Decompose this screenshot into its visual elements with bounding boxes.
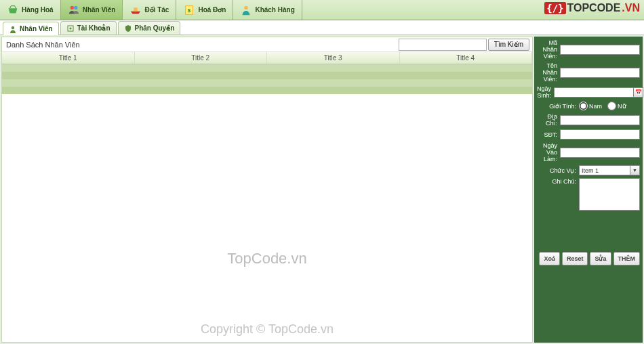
tab-label: Nhân Viên bbox=[20, 25, 53, 33]
toolbar-label: Đối Tác bbox=[144, 6, 169, 14]
svg-point-6 bbox=[12, 26, 14, 28]
label-chuc-vu: Chức Vụ: bbox=[537, 167, 576, 174]
toolbar-label: Khách Hàng bbox=[255, 6, 294, 14]
col-title2[interactable]: Title 2 bbox=[135, 52, 268, 64]
table-header: Title 1 Title 2 Title 3 Title 4 bbox=[2, 52, 532, 64]
select-chuc-vu[interactable]: Item 1 bbox=[579, 165, 630, 175]
radio-nu[interactable] bbox=[607, 102, 616, 110]
toolbar-label: Nhân Viên bbox=[83, 6, 116, 14]
input-ngay-vao-lam[interactable] bbox=[560, 148, 640, 158]
invoice-icon: $ bbox=[183, 4, 195, 16]
label-ten-nv: Tên Nhân Viên: bbox=[537, 62, 557, 83]
col-title4[interactable]: Title 4 bbox=[400, 52, 533, 64]
search-input[interactable] bbox=[399, 39, 487, 51]
reset-button[interactable]: Reset bbox=[562, 252, 588, 265]
svg-point-1 bbox=[74, 5, 77, 9]
label-ngay-sinh: Ngày Sinh: bbox=[537, 85, 551, 99]
tab-nhan-vien[interactable]: Nhân Viên bbox=[3, 22, 59, 35]
svg-text:$: $ bbox=[188, 7, 191, 13]
input-ngay-sinh[interactable] bbox=[554, 87, 633, 98]
input-dia-chi[interactable] bbox=[560, 115, 640, 125]
input-sdt[interactable] bbox=[560, 129, 640, 139]
toolbar-khach-hang[interactable]: Khách Hàng bbox=[233, 0, 302, 20]
form-panel: Mã Nhân Viên: Tên Nhân Viên: Ngày Sinh: … bbox=[534, 37, 643, 343]
search-button[interactable]: Tìm Kiếm bbox=[488, 39, 529, 51]
tab-label: Tài Khoản bbox=[77, 24, 110, 32]
table-body: TopCode.vn bbox=[2, 94, 532, 342]
permission-icon bbox=[124, 24, 132, 33]
label-sdt: SĐT: bbox=[537, 131, 557, 138]
label-dia-chi: Địa Chỉ: bbox=[537, 113, 557, 127]
list-panel: Danh Sách Nhân Viên Tìm Kiếm Title 1 Tit… bbox=[1, 37, 533, 343]
svg-rect-2 bbox=[134, 7, 138, 11]
person-icon bbox=[9, 25, 17, 33]
ship-icon bbox=[129, 4, 142, 16]
radio-nu-wrap[interactable]: Nữ bbox=[607, 102, 626, 110]
toolbar-hoa-don[interactable]: $ Hoá Đơn bbox=[176, 0, 233, 20]
col-title1[interactable]: Title 1 bbox=[2, 52, 135, 64]
sub-tabs: Nhân Viên Tài Khoản Phân Quyền bbox=[0, 20, 644, 35]
toolbar-hang-hoa[interactable]: Hàng Hoá bbox=[0, 0, 61, 20]
toolbar-doi-tac[interactable]: Đối Tác bbox=[123, 0, 176, 20]
edit-button[interactable]: Sửa bbox=[590, 252, 611, 265]
add-button[interactable]: THÊM bbox=[613, 252, 641, 265]
logo-suffix: .VN bbox=[622, 2, 640, 14]
customer-icon bbox=[240, 4, 252, 16]
input-ma-nv[interactable] bbox=[560, 45, 640, 55]
label-ngay-vao-lam: Ngày Vào Làm: bbox=[537, 142, 557, 163]
textarea-ghi-chu[interactable] bbox=[579, 178, 640, 211]
toolbar-label: Hoá Đơn bbox=[198, 6, 226, 14]
input-ten-nv[interactable] bbox=[560, 68, 640, 78]
empty-rows bbox=[2, 64, 532, 94]
account-icon bbox=[66, 24, 75, 33]
main-toolbar: Hàng Hoá Nhân Viên Đối Tác $ Hoá Đơn Khá… bbox=[0, 0, 644, 20]
radio-nam[interactable] bbox=[579, 102, 588, 110]
logo-bracket-icon: {/} bbox=[544, 2, 565, 14]
svg-point-5 bbox=[245, 5, 248, 9]
logo: {/} TOPCODE.VN bbox=[544, 2, 640, 14]
radio-nam-wrap[interactable]: Nam bbox=[579, 102, 602, 110]
calendar-icon[interactable]: 📅 bbox=[633, 87, 643, 98]
svg-point-8 bbox=[69, 27, 71, 29]
basket-icon bbox=[7, 4, 19, 16]
chevron-down-icon[interactable]: ▼ bbox=[630, 165, 640, 175]
tab-tai-khoan[interactable]: Tài Khoản bbox=[60, 21, 117, 35]
label-gioi-tinh: Giới Tính: bbox=[537, 103, 576, 110]
toolbar-label: Hàng Hoá bbox=[22, 6, 54, 14]
list-header: Danh Sách Nhân Viên Tìm Kiếm bbox=[2, 37, 532, 52]
label-ghi-chu: Ghi Chú: bbox=[537, 178, 576, 185]
search-wrap: Tìm Kiếm bbox=[399, 39, 529, 51]
tab-phan-quyen[interactable]: Phân Quyền bbox=[118, 21, 181, 35]
people-icon bbox=[68, 4, 80, 16]
list-title: Danh Sách Nhân Viên bbox=[5, 41, 80, 49]
delete-button[interactable]: Xoá bbox=[539, 252, 560, 265]
main-area: Danh Sách Nhân Viên Tìm Kiếm Title 1 Tit… bbox=[0, 35, 644, 344]
logo-text: TOPCODE bbox=[567, 2, 621, 14]
form-buttons: Xoá Reset Sửa THÊM bbox=[537, 252, 640, 265]
svg-point-0 bbox=[70, 5, 73, 9]
label-ma-nv: Mã Nhân Viên: bbox=[537, 39, 557, 60]
col-title3[interactable]: Title 3 bbox=[267, 52, 400, 64]
toolbar-nhan-vien[interactable]: Nhân Viên bbox=[61, 0, 123, 20]
watermark-center: TopCode.vn bbox=[227, 250, 306, 267]
tab-label: Phân Quyền bbox=[135, 24, 175, 32]
